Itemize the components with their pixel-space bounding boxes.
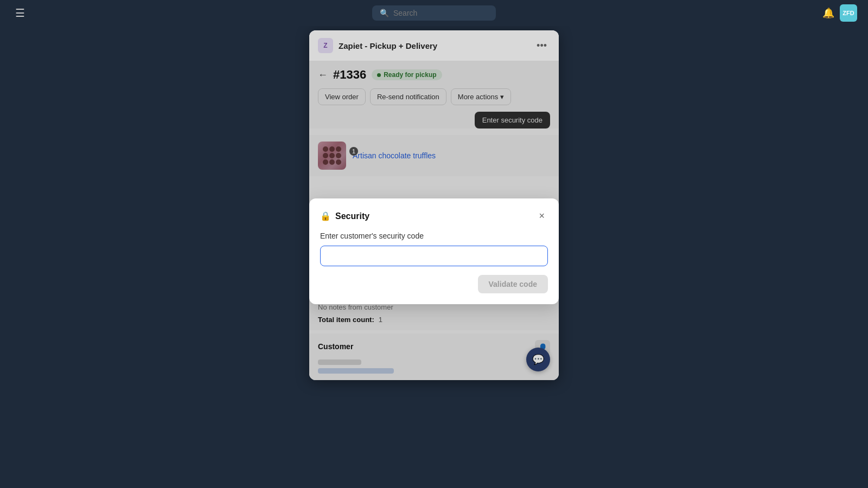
modal-label: Enter customer's security code: [320, 232, 548, 240]
modal-footer: Validate code: [320, 275, 548, 293]
main-panel: Z Zapiet - Pickup + Delivery ••• ← #1336…: [309, 30, 559, 380]
lock-icon: 🔒: [320, 211, 331, 221]
top-bar-right: 🔔 ZFD: [822, 4, 857, 22]
security-modal: 🔒 Security × Enter customer's security c…: [309, 198, 559, 304]
menu-button[interactable]: ☰: [11, 4, 29, 22]
modal-header: 🔒 Security ×: [320, 209, 548, 223]
search-bar: 🔍: [372, 5, 496, 21]
search-input[interactable]: [393, 9, 488, 17]
avatar[interactable]: ZFD: [840, 4, 857, 22]
top-bar: ☰ 🔍 🔔 ZFD: [0, 0, 868, 26]
modal-close-button[interactable]: ×: [535, 209, 548, 223]
search-icon: 🔍: [380, 9, 389, 17]
validate-code-button[interactable]: Validate code: [478, 275, 548, 293]
notification-button[interactable]: 🔔: [822, 7, 834, 19]
modal-title: Security: [335, 211, 369, 221]
modal-title-row: 🔒 Security: [320, 211, 369, 221]
security-code-input[interactable]: [320, 246, 548, 266]
